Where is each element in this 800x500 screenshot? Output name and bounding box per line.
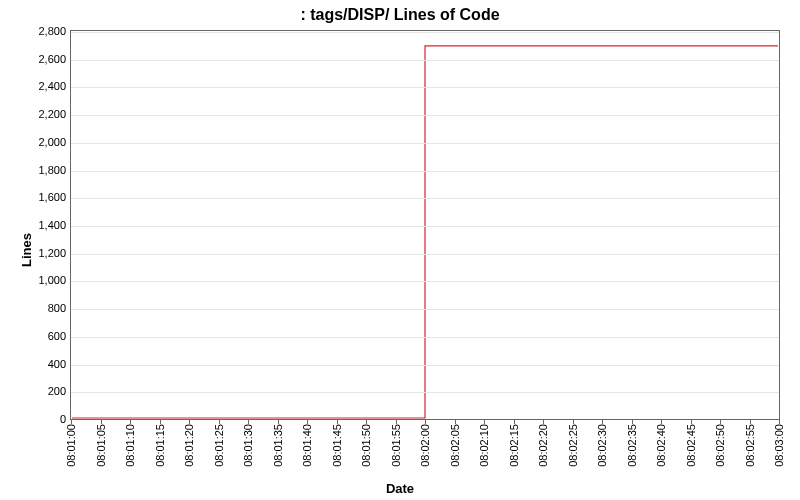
x-tick-mark [219,420,220,424]
x-tick-mark [189,420,190,424]
x-tick-mark [278,420,279,424]
x-tick-label: 08:01:00 [65,424,77,467]
x-tick-label: 08:01:05 [95,424,107,467]
gridline-h [71,392,779,393]
x-tick-label: 08:02:45 [685,424,697,467]
y-tick-label: 1,200 [6,247,66,259]
x-tick-label: 08:02:50 [714,424,726,467]
gridline-h [71,281,779,282]
line-series [71,31,779,419]
x-tick-mark [602,420,603,424]
gridline-h [71,87,779,88]
x-tick-label: 08:01:10 [124,424,136,467]
x-tick-label: 08:02:00 [419,424,431,467]
x-tick-mark [337,420,338,424]
x-tick-label: 08:02:05 [449,424,461,467]
y-tick-label: 2,800 [6,25,66,37]
y-tick-label: 2,400 [6,80,66,92]
x-tick-label: 08:02:55 [744,424,756,467]
x-tick-label: 08:01:55 [390,424,402,467]
y-tick-label: 1,600 [6,191,66,203]
series-loc [72,46,778,418]
y-tick-label: 1,800 [6,164,66,176]
gridline-h [71,254,779,255]
y-tick-label: 200 [6,385,66,397]
y-tick-label: 1,400 [6,219,66,231]
x-tick-label: 08:02:30 [596,424,608,467]
x-tick-label: 08:01:50 [360,424,372,467]
x-axis-label: Date [0,481,800,496]
gridline-h [71,226,779,227]
x-tick-mark [691,420,692,424]
y-tick-label: 2,600 [6,53,66,65]
x-tick-mark [101,420,102,424]
x-tick-label: 08:01:35 [272,424,284,467]
gridline-h [71,143,779,144]
x-tick-mark [130,420,131,424]
x-tick-mark [514,420,515,424]
gridline-h [71,198,779,199]
x-tick-label: 08:02:35 [626,424,638,467]
x-tick-mark [248,420,249,424]
x-tick-mark [455,420,456,424]
x-tick-mark [425,420,426,424]
x-tick-label: 08:01:25 [213,424,225,467]
x-tick-label: 08:01:15 [154,424,166,467]
x-tick-label: 08:02:40 [655,424,667,467]
gridline-h [71,60,779,61]
x-tick-mark [632,420,633,424]
x-tick-mark [71,420,72,424]
x-tick-label: 08:02:20 [537,424,549,467]
gridline-h [71,337,779,338]
chart-container: : tags/DISP/ Lines of Code Lines Date 02… [0,0,800,500]
x-tick-mark [543,420,544,424]
y-tick-label: 800 [6,302,66,314]
plot-area [70,30,780,420]
y-tick-label: 2,000 [6,136,66,148]
gridline-h [71,32,779,33]
x-tick-mark [779,420,780,424]
y-tick-label: 400 [6,358,66,370]
chart-title: : tags/DISP/ Lines of Code [0,6,800,24]
x-tick-mark [661,420,662,424]
x-tick-label: 08:01:20 [183,424,195,467]
x-tick-label: 08:01:40 [301,424,313,467]
gridline-h [71,115,779,116]
x-tick-label: 08:02:25 [567,424,579,467]
y-tick-label: 0 [6,413,66,425]
gridline-h [71,309,779,310]
x-tick-mark [484,420,485,424]
x-tick-mark [307,420,308,424]
x-tick-label: 08:02:10 [478,424,490,467]
x-tick-label: 08:02:15 [508,424,520,467]
x-tick-mark [396,420,397,424]
gridline-h [71,365,779,366]
y-tick-label: 2,200 [6,108,66,120]
x-tick-mark [720,420,721,424]
x-tick-mark [573,420,574,424]
gridline-h [71,171,779,172]
x-tick-mark [160,420,161,424]
x-tick-mark [366,420,367,424]
x-tick-mark [750,420,751,424]
x-tick-label: 08:01:30 [242,424,254,467]
y-tick-label: 1,000 [6,274,66,286]
x-tick-label: 08:01:45 [331,424,343,467]
y-tick-label: 600 [6,330,66,342]
x-tick-label: 08:03:00 [773,424,785,467]
